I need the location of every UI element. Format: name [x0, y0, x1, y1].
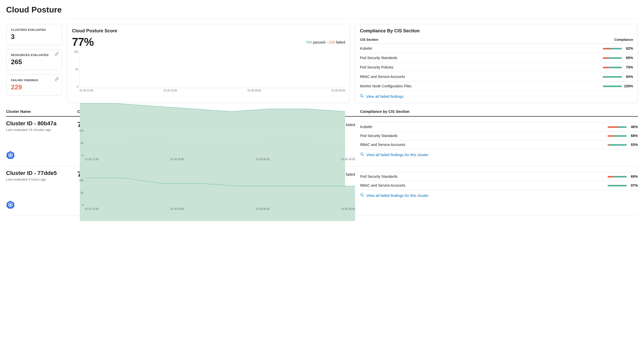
- search-icon: [360, 94, 364, 99]
- svg-point-11: [10, 155, 11, 156]
- link-label: View all failed findings for this cluste…: [366, 193, 429, 198]
- section-compliance: 69%: [526, 172, 638, 181]
- table-row: Pod Security Standards68%: [360, 131, 638, 140]
- stat-value: 265: [11, 58, 57, 66]
- passed-count: 768: [305, 40, 312, 44]
- section-name: Pod Security Standards: [360, 131, 526, 140]
- col-cluster-name: Cluster Name: [6, 109, 72, 114]
- cluster-last-evaluated: Last evaluated 24 minutes ago: [6, 128, 72, 132]
- cloud-posture-score-panel: Cloud Posture Score 77% 768 passed - 229…: [67, 24, 350, 103]
- svg-point-12: [361, 153, 363, 155]
- compliance-bar: [608, 126, 627, 128]
- cluster-sections-cell: Kubelet46%Pod Security Standards68%RBAC …: [360, 120, 638, 162]
- col-compliance-by-cis: Compliance by CIS Section: [360, 109, 638, 114]
- overall-score: 77%: [72, 36, 94, 48]
- section-name: Kubelet: [360, 122, 526, 131]
- y-tick: 100: [72, 50, 78, 53]
- section-compliance: 69%: [532, 53, 633, 63]
- passed-label: passed: [313, 40, 325, 44]
- stat-label: CLUSTERS EVALUATED: [11, 28, 57, 31]
- compliance-pct: 94%: [624, 75, 633, 79]
- failed-label: failed: [336, 40, 345, 44]
- table-row: RBAC and Service Accounts97%: [360, 181, 638, 190]
- svg-line-1: [362, 97, 363, 98]
- section-compliance: 93%: [526, 140, 638, 149]
- compliance-bar: [603, 76, 622, 78]
- divider: [6, 19, 638, 19]
- kubernetes-icon: [6, 150, 15, 160]
- section-name: Pod Security Standards: [360, 172, 526, 181]
- section-compliance: 70%: [532, 63, 633, 72]
- compliance-pct: 97%: [629, 183, 638, 187]
- cluster-name[interactable]: Cluster ID - 77dde5: [6, 170, 72, 176]
- page-title: Cloud Posture: [6, 5, 638, 15]
- section-name: Worker Node Configuration Files: [360, 81, 532, 91]
- table-row: RBAC and Service Accounts94%: [360, 72, 633, 81]
- view-all-failed-findings-link[interactable]: View all failed findings: [360, 91, 633, 99]
- section-compliance: 68%: [526, 131, 638, 140]
- y-tick: 0: [72, 85, 78, 88]
- panel-title: Cloud Posture Score: [72, 28, 345, 34]
- section-name: Pod Security Standards: [360, 53, 532, 63]
- view-failed-findings-cluster-link[interactable]: View all failed findings for this cluste…: [360, 190, 638, 198]
- compliance-table: CIS Section Compliance Kubelet62%Pod Sec…: [360, 36, 633, 91]
- section-compliance: 46%: [526, 122, 638, 131]
- stat-label: RESOURCES EVALUATED: [11, 53, 57, 57]
- col-cis-section: CIS Section: [360, 36, 532, 44]
- svg-line-13: [363, 155, 364, 156]
- link-label: View all failed findings: [366, 94, 403, 99]
- compliance-by-cis-panel: Compliance By CIS Section CIS Section Co…: [355, 24, 638, 103]
- failed-count: 229: [329, 40, 335, 44]
- compliance-bar: [608, 144, 627, 146]
- compliance-pct: 70%: [624, 65, 633, 69]
- cluster-name-cell: Cluster ID - 80b47aLast evaluated 24 min…: [6, 120, 72, 162]
- kubernetes-icon: [6, 200, 15, 210]
- section-name: RBAC and Service Accounts: [360, 140, 526, 149]
- compliance-pct: 100%: [624, 84, 633, 88]
- compliance-bar: [608, 176, 627, 177]
- compliance-bar: [603, 48, 622, 49]
- compliance-bar: [603, 67, 622, 68]
- section-name: RBAC and Service Accounts: [360, 181, 526, 190]
- stat-resources-evaluated[interactable]: RESOURCES EVALUATED 265: [6, 49, 62, 70]
- stat-value: 229: [11, 83, 57, 91]
- compliance-pct: 69%: [624, 56, 633, 60]
- link-label: View all failed findings for this cluste…: [366, 153, 429, 157]
- compliance-bar: [608, 135, 627, 137]
- view-failed-findings-cluster-link[interactable]: View all failed findings for this cluste…: [360, 149, 638, 157]
- separator: -: [326, 40, 328, 44]
- table-row: Kubelet62%: [360, 44, 633, 53]
- y-tick: 50: [72, 68, 78, 71]
- cluster-sections-cell: Pod Security Standards69%RBAC and Servic…: [360, 170, 638, 212]
- compliance-pct: 46%: [629, 125, 638, 129]
- svg-point-24: [361, 194, 363, 196]
- svg-line-25: [363, 196, 364, 197]
- cluster-trend-chart: 10050001-04 12:0001-04 18:0001-05 00:000…: [77, 129, 355, 162]
- svg-point-0: [360, 94, 363, 97]
- search-icon: [360, 152, 364, 157]
- cluster-name[interactable]: Cluster ID - 80b47a: [6, 120, 72, 127]
- link-icon[interactable]: [55, 52, 59, 57]
- y-tick: 50: [77, 191, 83, 194]
- y-tick: 0: [77, 154, 83, 157]
- cluster-name-cell: Cluster ID - 77dde5Last evaluated 4 hour…: [6, 170, 72, 212]
- stat-failing-findings[interactable]: FAILING FINDINGS 229: [6, 74, 62, 95]
- cluster-last-evaluated: Last evaluated 4 hours ago: [6, 177, 72, 181]
- pass-fail-summary: 768 passed - 229 failed: [305, 40, 345, 44]
- compliance-bar: [603, 86, 622, 87]
- cluster-trend-chart: 10050001-04 12:0001-04 18:0001-05 00:000…: [77, 179, 355, 212]
- compliance-pct: 62%: [624, 46, 633, 50]
- section-name: Pod Security Policies: [360, 63, 532, 72]
- compliance-pct: 68%: [629, 134, 638, 138]
- section-name: RBAC and Service Accounts: [360, 72, 532, 81]
- stats-column: CLUSTERS EVALUATED 3 RESOURCES EVALUATED…: [6, 24, 62, 103]
- compliance-bar: [608, 185, 627, 186]
- search-icon: [360, 193, 364, 198]
- svg-point-23: [10, 204, 11, 205]
- compliance-pct: 69%: [629, 174, 638, 179]
- table-row: Kubelet46%: [360, 122, 638, 131]
- section-name: Kubelet: [360, 44, 532, 53]
- link-icon[interactable]: [55, 77, 59, 82]
- stat-label: FAILING FINDINGS: [11, 79, 57, 82]
- stat-clusters-evaluated: CLUSTERS EVALUATED 3: [6, 24, 62, 45]
